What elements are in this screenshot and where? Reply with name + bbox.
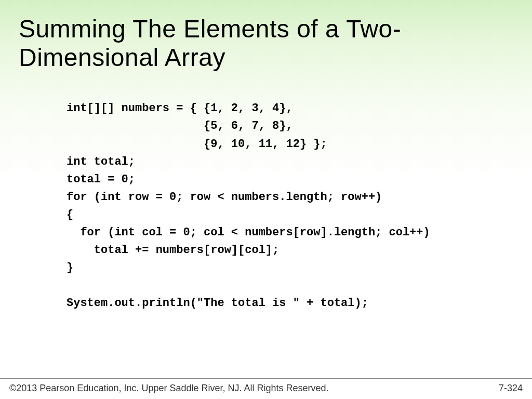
code-block: int[][] numbers = { {1, 2, 3, 4}, {5, 6,… [0,72,532,312]
copyright-text: ©2013 Pearson Education, Inc. Upper Sadd… [9,383,329,394]
slide-title: Summing The Elements of a Two-Dimensiona… [0,0,532,72]
footer: ©2013 Pearson Education, Inc. Upper Sadd… [0,378,532,399]
page-number: 7-324 [499,383,523,394]
